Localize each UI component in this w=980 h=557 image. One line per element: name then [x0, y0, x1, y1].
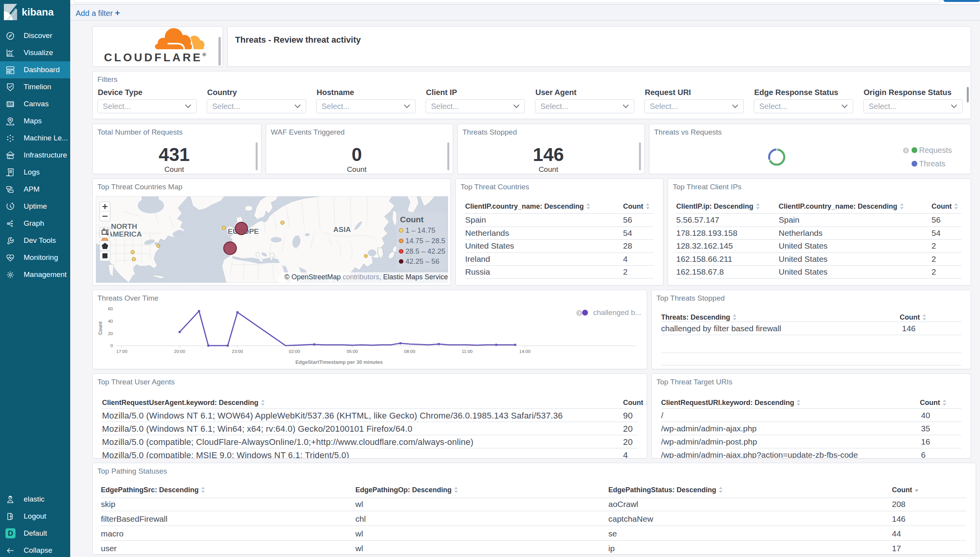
svg-text:08:00: 08:00: [404, 349, 416, 354]
svg-text:14.75 – 28.5: 14.75 – 28.5: [405, 237, 445, 245]
svg-text:20:00: 20:00: [174, 349, 185, 354]
svg-text:Count: Count: [400, 215, 424, 224]
svg-text:17:00: 17:00: [116, 349, 128, 354]
svg-text:ASIA: ASIA: [333, 225, 351, 234]
svg-text:11:00: 11:00: [462, 349, 473, 354]
svg-text:20: 20: [108, 331, 113, 336]
svg-text:EdgeStartTimestamp per 30 minu: EdgeStartTimestamp per 30 minutes: [295, 359, 383, 365]
svg-text:60: 60: [108, 306, 113, 311]
svg-text:42.25 – 56: 42.25 – 56: [405, 257, 439, 265]
svg-text:AMERICA: AMERICA: [107, 230, 142, 238]
svg-text:28.5 – 42.25: 28.5 – 42.25: [405, 247, 445, 255]
svg-text:© OpenStreetMap contributors,: © OpenStreetMap contributors, Elastic Ma…: [284, 273, 448, 281]
svg-text:14:00: 14:00: [519, 349, 531, 354]
svg-text:23:00: 23:00: [232, 349, 243, 354]
svg-text:40: 40: [108, 319, 113, 323]
svg-text:NORTH: NORTH: [111, 222, 137, 230]
svg-text:Count: Count: [98, 322, 103, 335]
svg-text:0: 0: [111, 343, 113, 348]
svg-text:05:00: 05:00: [347, 349, 358, 354]
svg-text:1 – 14.75: 1 – 14.75: [405, 226, 435, 234]
svg-text:02:00: 02:00: [289, 349, 300, 354]
